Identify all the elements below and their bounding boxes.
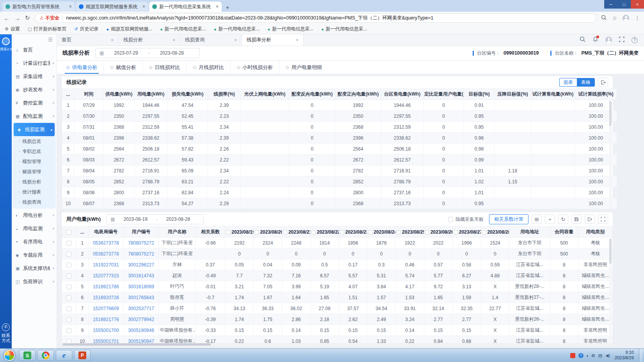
help-icon[interactable]: ? <box>632 37 638 43</box>
scrollbar-thumb[interactable] <box>609 239 612 264</box>
sidebar-item-meter-reading[interactable]: ◉抄表发布▾ <box>12 83 57 96</box>
chart-view-button[interactable]: 图表 <box>559 78 577 87</box>
zoom-icon[interactable] <box>601 15 607 21</box>
bookmark-item[interactable]: ●新一代用电信息采... <box>214 26 260 32</box>
row-checkbox[interactable] <box>66 328 71 333</box>
add-icon[interactable]: + <box>545 215 555 224</box>
bookmark-item[interactable]: ●新一代用电信息采... <box>268 26 314 32</box>
refresh-icon[interactable]: ↻ <box>558 215 568 224</box>
user-no-link[interactable]: 3001296227 <box>123 259 158 270</box>
table-row[interactable]: 315192270313001296227方林0.370.050.040.090… <box>62 259 613 270</box>
user-no-link[interactable]: 3002779942 <box>123 314 158 325</box>
export-icon[interactable] <box>598 78 608 87</box>
correlation-calc-button[interactable]: 相关系数计算 <box>489 214 528 224</box>
row-checkbox[interactable] <box>66 252 71 257</box>
meter-no-link[interactable]: 1516920726 <box>88 292 123 303</box>
table-view-button[interactable]: 表格 <box>577 78 595 87</box>
table-row[interactable]: 908/0628002737.1662.842.24028002737.1601… <box>62 187 617 198</box>
table-row[interactable]: 1008/0723682313.7354.272.29023682313.730… <box>62 198 617 209</box>
user-energy-date-picker[interactable]: ▦ 2023-08-19 - 2023-08-28 <box>106 214 204 224</box>
subtab-2[interactable]: ◇日线损对比 <box>143 61 187 74</box>
sidebar-subitem[interactable]: ▫赋值管理 <box>12 167 56 177</box>
sidebar-item-topic-apps[interactable]: ◆专题应用▾ <box>12 248 57 262</box>
subtab-1[interactable]: ◇赋值分析 <box>104 61 142 74</box>
bookmark-item[interactable]: ↺历史记录 <box>74 26 98 32</box>
sidebar-subitem[interactable]: ▫线损查询 <box>12 197 56 207</box>
forward-button-icon[interactable]: → <box>14 15 20 21</box>
column-checkbox[interactable] <box>482 230 486 234</box>
table-row[interactable]: 205382737787808075272下坝(二)环美变0000000000东… <box>62 248 613 259</box>
meter-no-link[interactable]: 0538273778 <box>88 248 123 259</box>
page-tab[interactable]: 线损查询× <box>180 34 242 46</box>
meter-no-link[interactable]: 1516921786 <box>88 281 123 292</box>
fullscreen-icon[interactable] <box>619 37 624 44</box>
bookmark-item[interactable]: ▢打开新的标签页 <box>28 26 66 32</box>
column-checkbox[interactable] <box>425 230 429 234</box>
tab-close-icon[interactable]: × <box>111 37 114 43</box>
table-row[interactable]: 307/3123682312.5955.412.34023682312.5900… <box>62 122 617 133</box>
table-row[interactable]: 615169207263001765643殷存英-0.71.741.671.64… <box>62 292 613 303</box>
column-checkbox[interactable] <box>254 230 259 234</box>
table-row[interactable]: 107/2919921944.4647.542.39019921944.4600… <box>62 100 617 111</box>
sidebar-subitem[interactable]: ▫统计报表 <box>12 187 56 197</box>
sidebar-item-orderly-usage[interactable]: ◓有序用电▾ <box>12 235 57 248</box>
tab-close-icon[interactable]: × <box>173 37 175 43</box>
bookmark-item[interactable]: ●能源互联网营销服... <box>107 26 153 32</box>
window-maximize-button[interactable]: □ <box>617 0 631 9</box>
scrollbar-thumb[interactable] <box>609 101 612 126</box>
subtab-0[interactable]: ◇供电量分析 <box>60 61 104 74</box>
taskbar-app-ie[interactable]: e <box>56 350 72 361</box>
page-tab[interactable]: 线损率分析× <box>242 34 304 46</box>
sidebar-item-distribution[interactable]: ▦配电监测▾ <box>12 110 57 123</box>
date-start[interactable]: 2023-07-29 <box>114 50 138 56</box>
subtab-4[interactable]: ◇小时线损分析 <box>231 61 279 74</box>
column-checkbox[interactable] <box>368 230 372 234</box>
sidebar-item-usage-monitor[interactable]: ◒用电监测▾ <box>12 222 57 235</box>
tray-expand-icon[interactable]: ▴ <box>587 353 589 357</box>
column-checkbox[interactable] <box>454 230 458 234</box>
date-end[interactable]: 2023-08-28 <box>166 216 190 222</box>
save-icon[interactable] <box>571 215 582 224</box>
date-start[interactable]: 2023-08-19 <box>123 216 147 222</box>
sidebar-item-home[interactable]: ⌂首页 <box>12 43 57 57</box>
user-avatar[interactable] <box>605 37 612 43</box>
meter-no-link[interactable]: 1520776609 <box>88 303 123 314</box>
subtab-3[interactable]: ◇月线损对比 <box>187 61 230 74</box>
horizontal-scrollbar[interactable] <box>62 343 613 346</box>
sidebar-item-collect-ops[interactable]: ▤采集运维▾ <box>12 70 57 83</box>
table-row[interactable]: 508/0225642506.1857.822.26025642506.1800… <box>62 144 617 154</box>
row-checkbox[interactable] <box>66 273 71 279</box>
table-row[interactable]: 408/0123962338.6257.382.39023962338.6200… <box>62 133 617 144</box>
sidebar-subitem[interactable]: ▫线损总览 <box>12 136 56 146</box>
tab-close-icon[interactable]: × <box>234 37 237 43</box>
subtab-5[interactable]: ◇用户电量明细 <box>279 61 328 74</box>
row-checkbox[interactable] <box>66 306 71 311</box>
notification-bell-icon[interactable] <box>592 36 598 44</box>
loss-record-vertical-scrollbar[interactable] <box>609 100 612 207</box>
sidebar-item-usage-analysis[interactable]: ◐用电分析▾ <box>12 209 57 222</box>
meter-no-link[interactable]: 1520777315 <box>88 270 123 281</box>
select-all-checkbox[interactable] <box>66 230 71 235</box>
tray-network-icon[interactable]: ▤ <box>598 353 602 358</box>
row-checkbox[interactable] <box>66 317 71 322</box>
browser-tab[interactable]: 能源互联网营销服务系统× <box>76 2 148 12</box>
sidebar-subitem[interactable]: ▫专职总览 <box>12 146 56 156</box>
table-row[interactable]: 715207766093002537717薛小芹-0.7634.1336.333… <box>62 303 613 314</box>
sidebar-item-system-support[interactable]: ▣系统支撑功能▾ <box>12 262 57 275</box>
date-end[interactable]: 2023-08-28 <box>160 50 184 56</box>
table-row[interactable]: 708/0427822716.9165.092.34027822716.9101… <box>62 165 617 176</box>
sidebar-item-meter-monitor[interactable]: ◔计量运行监测▾ <box>12 57 57 70</box>
browser-menu-icon[interactable]: ⋮ <box>635 15 640 21</box>
meter-no-link[interactable]: 1519227031 <box>88 259 123 270</box>
page-tab[interactable]: 首页× <box>57 34 119 46</box>
contact-button[interactable]: ✆ 联系方式 <box>0 323 12 344</box>
table-row[interactable]: 815169217763002779942周明慧-0.391.741.752.8… <box>62 314 613 325</box>
row-checkbox[interactable] <box>66 241 71 246</box>
taskbar-app-chrome[interactable] <box>37 350 54 361</box>
table-row[interactable]: 515169217863001618089叶巧巧-0.013.217.053.9… <box>62 281 613 292</box>
column-settings-icon[interactable]: ⊞ <box>532 215 542 224</box>
user-no-link[interactable]: 3005190946 <box>123 325 158 336</box>
tray-app-icon[interactable] <box>570 353 575 358</box>
new-tab-button[interactable]: + <box>222 2 233 12</box>
sidebar-subitem[interactable]: ▫线损分析 <box>12 177 56 187</box>
